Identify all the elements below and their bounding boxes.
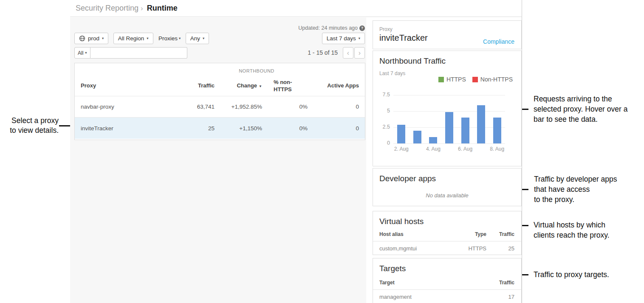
cell-change: +1,952.85% xyxy=(215,104,262,110)
chart-bar-8. Aug[interactable] xyxy=(493,118,501,143)
any-dropdown[interactable]: Any ▾ xyxy=(186,33,209,44)
date-range-dropdown[interactable]: Last 7 days ▾ xyxy=(322,33,365,44)
cell-non-https: 0% xyxy=(262,104,308,110)
proxies-dropdown[interactable]: Proxies ▾ xyxy=(158,33,181,44)
caret-down-icon: ▾ xyxy=(359,36,360,40)
annotation-requests: Requests arriving to the selected proxy.… xyxy=(534,94,644,124)
search-scope-dropdown[interactable]: All ▾ xyxy=(74,47,90,59)
sort-desc-icon: ▼ xyxy=(259,84,262,88)
column-header-traffic: Traffic xyxy=(486,231,514,241)
targets-card: Targets Target Traffic management 17 xyxy=(373,258,522,303)
table-row-navbar-proxy[interactable]: navbar-proxy 63,741 +1,952.85% 0% 0 xyxy=(75,96,365,117)
cell-traffic: 25 xyxy=(486,245,514,252)
chart-legend: HTTPS Non-HTTPS xyxy=(438,76,513,83)
cell-traffic: 25 xyxy=(172,125,215,132)
northbound-traffic-chart: 02.557.52. Aug4. Aug6. Aug8. Aug xyxy=(373,92,521,162)
region-label: All Region xyxy=(118,35,144,42)
page-title: Runtime xyxy=(147,4,178,13)
chart-bar-5. Aug[interactable] xyxy=(445,112,453,143)
proxy-table: NORTHBOUND Proxy Traffic Change▼ % non-H… xyxy=(74,63,365,140)
virtual-hosts-card: Virtual hosts Host alias Type Traffic cu… xyxy=(373,211,522,255)
legend-https-swatch xyxy=(438,77,444,82)
legend-non-https-label: Non-HTTPS xyxy=(480,76,513,83)
column-header-traffic: Traffic xyxy=(486,280,514,289)
proxy-header-card: Proxy inviteTracker Compliance xyxy=(373,20,522,49)
column-header-proxy[interactable]: Proxy xyxy=(81,82,172,90)
chart-bar-2. Aug[interactable] xyxy=(397,125,405,143)
chevron-right-icon: › xyxy=(359,49,361,57)
legend-item-https: HTTPS xyxy=(438,76,466,83)
page: Select a proxy to view details. Requests… xyxy=(0,0,644,303)
caret-down-icon: ▾ xyxy=(179,36,181,40)
breadcrumb-separator-icon: › xyxy=(141,4,143,13)
targets-header-row: Target Traffic xyxy=(373,280,521,290)
proxy-detail-pane: Proxy inviteTracker Compliance Northboun… xyxy=(366,17,522,303)
legend-item-non-https: Non-HTTPS xyxy=(472,76,513,83)
any-label: Any xyxy=(190,35,200,42)
environment-dropdown[interactable]: prod ▾ xyxy=(74,33,108,44)
cell-traffic: 63,741 xyxy=(172,104,215,110)
proxy-label: Proxy xyxy=(379,26,393,32)
legend-https-label: HTTPS xyxy=(446,76,466,83)
filter-toolbar: prod ▾ All Region ▾ Proxies ▾ Any ▾ Last… xyxy=(74,33,365,44)
updated-text: Updated: 24 minutes ago xyxy=(298,25,358,31)
caret-down-icon: ▾ xyxy=(102,36,104,40)
column-header-active-apps[interactable]: Active Apps xyxy=(308,82,359,90)
search-input[interactable] xyxy=(90,47,187,59)
column-header-traffic[interactable]: Traffic xyxy=(172,82,215,90)
proxy-name: inviteTracker xyxy=(379,33,428,43)
cell-active-apps: 0 xyxy=(308,125,359,132)
column-header-non-https[interactable]: % non-HTTPS xyxy=(262,79,308,93)
chart-bar-3. Aug[interactable] xyxy=(413,131,421,143)
x-axis-tick-label: 4. Aug xyxy=(421,146,446,152)
cell-target: management xyxy=(379,294,486,300)
cell-change: +1,150% xyxy=(215,125,262,132)
search-scope-label: All xyxy=(78,50,83,56)
table-header-row: Proxy Traffic Change▼ % non-HTTPS Active… xyxy=(75,76,365,96)
x-axis-tick-label: 6. Aug xyxy=(452,146,478,152)
virtual-host-row: custom,mgmtui HTTPS 25 xyxy=(373,242,521,255)
annotation-virtual-hosts: Virtual hosts by which clients reach the… xyxy=(534,220,644,240)
pagination-prev-button[interactable]: ‹ xyxy=(343,47,353,59)
target-row: management 17 xyxy=(373,290,521,303)
search-row: All ▾ 1 - 15 of 15 ‹ › xyxy=(74,47,365,59)
cell-traffic: 17 xyxy=(486,294,514,300)
cell-proxy: inviteTracker xyxy=(81,125,172,132)
cell-non-https: 0% xyxy=(262,125,308,132)
column-header-change[interactable]: Change▼ xyxy=(215,82,262,90)
chevron-left-icon: ‹ xyxy=(347,49,349,57)
cell-active-apps: 0 xyxy=(308,104,359,110)
pagination-next-button[interactable]: › xyxy=(354,47,365,59)
breadcrumb-section[interactable]: Security Reporting xyxy=(76,4,138,13)
northbound-traffic-card: Northbound Traffic Last 7 days HTTPS Non… xyxy=(373,50,522,166)
chart-gridline xyxy=(393,95,505,95)
change-label: Change xyxy=(237,82,257,89)
virtual-hosts-title: Virtual hosts xyxy=(379,217,424,226)
cell-type: HTTPS xyxy=(452,245,486,252)
compliance-link[interactable]: Compliance xyxy=(483,38,514,45)
x-axis-tick-label: 8. Aug xyxy=(484,146,510,152)
developer-apps-title: Developer apps xyxy=(379,174,436,183)
environment-label: prod xyxy=(88,35,99,42)
table-row-invitetracker[interactable]: inviteTracker 25 +1,150% 0% 0 xyxy=(75,117,365,139)
y-axis-tick-label: 0 xyxy=(373,140,390,146)
developer-apps-empty-text: No data available xyxy=(373,192,521,199)
help-icon[interactable]: ? xyxy=(359,25,365,31)
caret-down-icon: ▾ xyxy=(147,36,148,40)
annotation-targets: Traffic to proxy targets. xyxy=(534,269,644,280)
updated-status: Updated: 24 minutes ago ? xyxy=(298,25,365,31)
column-header-target: Target xyxy=(379,280,486,289)
northbound-subtitle: Last 7 days xyxy=(379,70,405,76)
region-dropdown[interactable]: All Region ▾ xyxy=(113,33,153,44)
cell-host-alias: custom,mgmtui xyxy=(379,245,452,252)
x-axis-tick-label: 2. Aug xyxy=(389,146,414,152)
targets-title: Targets xyxy=(379,264,406,273)
breadcrumb: Security Reporting › Runtime xyxy=(70,0,522,17)
legend-non-https-swatch xyxy=(472,77,478,82)
chart-bar-7. Aug[interactable] xyxy=(477,105,485,143)
chart-bar-6. Aug[interactable] xyxy=(461,118,469,143)
column-header-host-alias: Host alias xyxy=(379,231,452,241)
chart-bar-4. Aug[interactable] xyxy=(429,137,437,143)
northbound-traffic-title: Northbound Traffic xyxy=(379,56,446,66)
cell-proxy: navbar-proxy xyxy=(81,104,172,110)
